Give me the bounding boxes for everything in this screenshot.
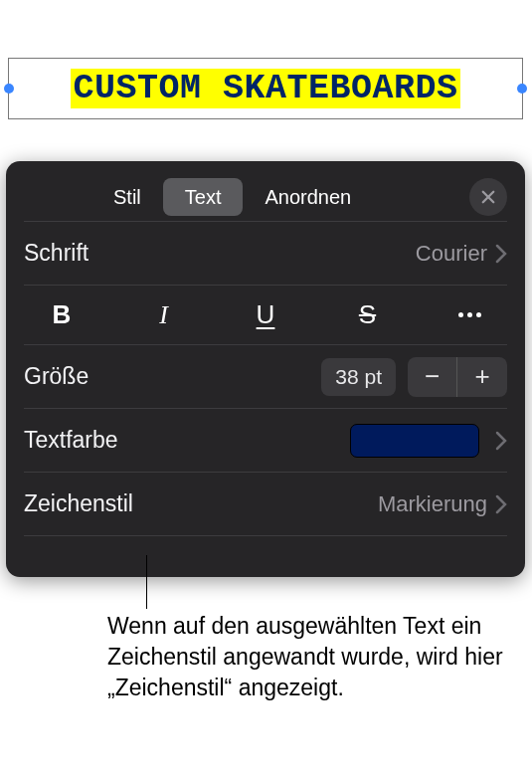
text-color-row[interactable]: Textfarbe <box>24 408 507 472</box>
callout-leader-line <box>146 555 147 609</box>
font-row[interactable]: Schrift Courier <box>24 221 507 285</box>
size-value[interactable]: 38 pt <box>321 358 396 396</box>
bold-button[interactable]: B <box>32 299 91 330</box>
selection-handle-right[interactable] <box>517 84 527 94</box>
text-color-label: Textfarbe <box>24 427 350 454</box>
chevron-right-icon <box>495 244 507 264</box>
close-button[interactable] <box>469 178 507 216</box>
textbox-content[interactable]: CUSTOM SKATEBOARDS <box>71 69 459 108</box>
chevron-right-icon <box>495 494 507 514</box>
size-stepper: − + <box>408 357 507 397</box>
size-decrease-button[interactable]: − <box>408 357 457 397</box>
selected-textbox[interactable]: CUSTOM SKATEBOARDS <box>8 58 523 119</box>
callout-text: Wenn auf den ausgewählten Text ein Zeich… <box>107 611 505 703</box>
underline-button[interactable]: U <box>236 299 295 330</box>
format-panel: Stil Text Anordnen Schrift Courier B I U… <box>6 161 525 577</box>
character-style-row[interactable]: Zeichenstil Markierung <box>24 472 507 535</box>
tab-style[interactable]: Stil <box>91 178 163 216</box>
tab-segmented-control: Stil Text Anordnen <box>91 178 459 216</box>
strikethrough-button[interactable]: S <box>338 299 398 330</box>
divider <box>24 535 507 536</box>
selection-handle-left[interactable] <box>4 84 14 94</box>
panel-tabbar: Stil Text Anordnen <box>24 173 507 221</box>
font-value: Courier <box>416 241 487 267</box>
size-row: Größe 38 pt − + <box>24 344 507 408</box>
font-label: Schrift <box>24 240 416 267</box>
chevron-right-icon <box>495 431 507 451</box>
more-options-button[interactable] <box>440 312 499 317</box>
tab-text[interactable]: Text <box>163 178 244 216</box>
tab-arrange[interactable]: Anordnen <box>243 178 373 216</box>
close-icon <box>479 188 497 206</box>
more-icon <box>440 312 499 317</box>
text-style-bar: B I U S <box>24 285 507 344</box>
character-style-value: Markierung <box>378 491 487 517</box>
text-color-swatch[interactable] <box>350 424 479 458</box>
size-increase-button[interactable]: + <box>457 357 507 397</box>
italic-button[interactable]: I <box>134 300 194 330</box>
character-style-label: Zeichenstil <box>24 490 378 517</box>
size-label: Größe <box>24 363 321 390</box>
